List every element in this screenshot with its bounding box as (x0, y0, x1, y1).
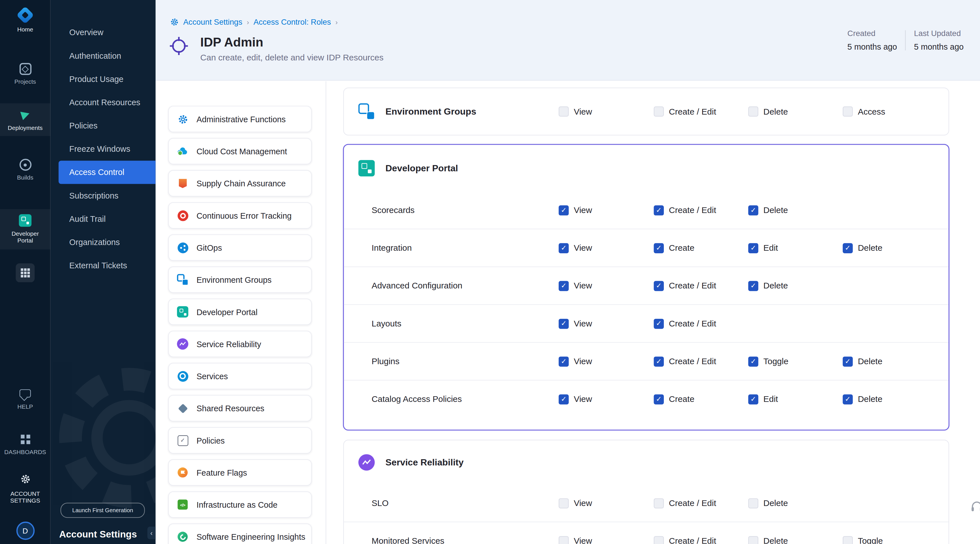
resource-item-policies[interactable]: Policies (168, 427, 312, 453)
module-picker[interactable] (0, 263, 51, 282)
sidebar-item-account-resources[interactable]: Account Resources (51, 91, 156, 114)
support-headset-icon[interactable] (970, 500, 980, 515)
view-checkbox[interactable] (558, 394, 569, 404)
delete-checkbox[interactable] (843, 394, 853, 404)
perm-create: Create (654, 243, 694, 253)
breadcrumb-account-settings[interactable]: Account Settings (183, 17, 242, 26)
help-chat-icon (19, 390, 31, 398)
rail-item-label: HELP (17, 403, 33, 410)
create-edit-checkbox[interactable] (654, 318, 664, 329)
create-edit-checkbox[interactable] (654, 356, 664, 366)
permission-row-layouts: Layouts View Create / Edit (344, 304, 948, 342)
sidebar-item-audit-trail[interactable]: Audit Trail (51, 207, 156, 231)
view-checkbox[interactable] (558, 281, 569, 291)
sidebar-item-external-tickets[interactable]: External Tickets (51, 254, 156, 277)
view-checkbox[interactable] (558, 536, 569, 544)
view-checkbox[interactable] (558, 356, 569, 366)
delete-checkbox[interactable] (748, 205, 759, 215)
resource-item-shared-resources[interactable]: Shared Resources (168, 395, 312, 422)
breadcrumb-access-control-roles[interactable]: Access Control: Roles (253, 17, 331, 26)
resource-item-developer-portal[interactable]: Developer Portal (168, 299, 312, 325)
created-value: 5 months ago (847, 42, 897, 52)
delete-checkbox[interactable] (748, 281, 759, 291)
resource-item-feature-flags[interactable]: Feature Flags (168, 459, 312, 485)
resource-item-cloud-cost-management[interactable]: Cloud Cost Management (168, 138, 312, 164)
permission-row-slo: SLO View Create / Edit Delete (344, 484, 948, 522)
edit-checkbox[interactable] (748, 394, 759, 404)
rail-item-dashboards[interactable]: DASHBOARDS (0, 435, 51, 456)
delete-checkbox[interactable] (748, 536, 759, 544)
resource-item-service-reliability[interactable]: Service Reliability (168, 331, 312, 357)
resource-item-continuous-error-tracking[interactable]: Continuous Error Tracking (168, 202, 312, 229)
user-menu[interactable]: D (0, 522, 51, 540)
perm-view: View (558, 356, 592, 366)
permission-row-advanced-configuration: Advanced Configuration View Create / Edi… (344, 267, 948, 304)
sidebar-item-organizations[interactable]: Organizations (51, 231, 156, 254)
edit-checkbox[interactable] (748, 243, 759, 253)
launch-first-generation-button[interactable]: Launch First Generation (60, 503, 145, 518)
perm-create-edit: Create / Edit (654, 281, 716, 291)
rail-item-label: Builds (17, 174, 33, 181)
delete-checkbox[interactable] (843, 356, 853, 366)
rail-item-builds[interactable]: Builds (0, 159, 51, 181)
create-edit-checkbox[interactable] (654, 281, 664, 291)
view-checkbox[interactable] (558, 107, 569, 116)
create-edit-checkbox[interactable] (654, 498, 664, 508)
rail-item-deployments[interactable]: Deployments (0, 103, 51, 136)
resource-item-supply-chain-assurance[interactable]: Supply Chain Assurance (168, 170, 312, 197)
toggle-checkbox[interactable] (843, 536, 853, 544)
service-reliability-icon (177, 338, 188, 350)
sidebar-item-access-control[interactable]: Access Control (59, 161, 156, 184)
sidebar-item-policies[interactable]: Policies (51, 114, 156, 137)
sidebar-item-product-usage[interactable]: Product Usage (51, 67, 156, 91)
resource-item-administrative-functions[interactable]: Administrative Functions (168, 106, 312, 132)
view-checkbox[interactable] (558, 318, 569, 329)
perm-create-edit: Create / Edit (654, 205, 716, 215)
sidebar-item-subscriptions[interactable]: Subscriptions (51, 184, 156, 207)
developer-portal-icon (19, 214, 32, 227)
view-checkbox[interactable] (558, 205, 569, 215)
view-checkbox[interactable] (558, 243, 569, 253)
permission-row-integration: Integration View Create Edit (344, 229, 948, 266)
create-checkbox[interactable] (654, 394, 664, 404)
perm-toggle: Toggle (843, 536, 883, 544)
toggle-checkbox[interactable] (748, 356, 759, 366)
delete-checkbox[interactable] (843, 243, 853, 253)
create-edit-checkbox[interactable] (654, 205, 664, 215)
rail-item-account-settings[interactable]: ACCOUNT SETTINGS (0, 474, 51, 504)
developer-portal-icon (177, 306, 188, 317)
shared-resources-icon (177, 402, 188, 414)
perm-delete: Delete (748, 281, 788, 291)
sidebar-item-freeze-windows[interactable]: Freeze Windows (51, 137, 156, 161)
rail-item-home[interactable]: Home (0, 8, 51, 33)
perm-delete: Delete (748, 498, 788, 508)
perm-create-edit: Create / Edit (654, 356, 716, 366)
rail-item-help[interactable]: HELP (0, 390, 51, 410)
section-title: Environment Groups (385, 107, 476, 116)
sidebar-item-authentication[interactable]: Authentication (51, 44, 156, 67)
create-checkbox[interactable] (654, 243, 664, 253)
rail-item-label: Developer Portal (3, 230, 47, 245)
resource-item-infrastructure-as-code[interactable]: Infrastructure as Code (168, 491, 312, 518)
avatar[interactable]: D (16, 522, 34, 540)
delete-checkbox[interactable] (748, 107, 759, 116)
resource-item-software-engineering-insights[interactable]: Software Engineering Insights (168, 523, 312, 544)
resource-item-gitops[interactable]: GitOps (168, 234, 312, 261)
section-environment-groups: Environment Groups View Create / Edit De… (343, 87, 949, 135)
create-edit-checkbox[interactable] (654, 536, 664, 544)
sidebar-collapse-button[interactable]: ‹ (148, 527, 156, 539)
create-edit-checkbox[interactable] (654, 107, 664, 116)
sidebar-item-overview[interactable]: Overview (51, 21, 156, 44)
deployments-icon (20, 109, 30, 120)
access-checkbox[interactable] (843, 107, 853, 116)
delete-checkbox[interactable] (748, 498, 759, 508)
feature-flag-icon (177, 467, 188, 478)
resource-item-environment-groups[interactable]: Environment Groups (168, 267, 312, 293)
resource-list: Administrative Functions Cloud Cost Mana… (156, 81, 326, 544)
view-checkbox[interactable] (558, 498, 569, 508)
insights-icon (177, 531, 188, 542)
rail-item-projects[interactable]: Projects (0, 63, 51, 85)
resource-item-services[interactable]: Services (168, 363, 312, 389)
rail-item-label: Projects (14, 78, 36, 85)
rail-item-developer-portal[interactable]: Developer Portal (0, 209, 51, 249)
